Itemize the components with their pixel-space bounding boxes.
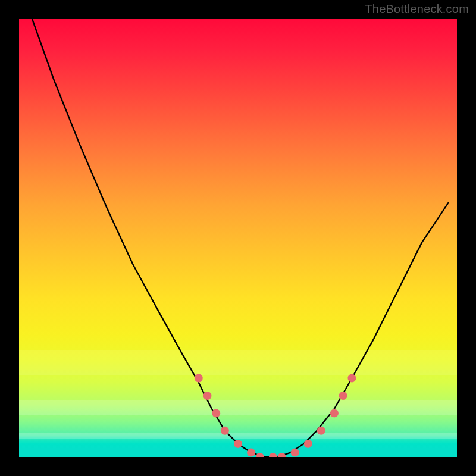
highlight-dots <box>195 374 356 458</box>
highlight-dot <box>256 453 264 457</box>
highlight-dot <box>330 409 339 417</box>
highlight-dot <box>347 374 356 383</box>
highlight-dot <box>317 427 325 435</box>
highlight-dot <box>291 449 299 457</box>
curve-layer <box>19 19 457 457</box>
highlight-dot <box>278 453 286 457</box>
highlight-dot <box>304 440 312 448</box>
plot-area <box>19 19 457 457</box>
highlight-dot <box>269 453 277 457</box>
highlight-dot <box>234 440 242 448</box>
highlight-dot <box>339 392 347 400</box>
highlight-dot <box>221 427 229 435</box>
chart-frame: TheBottleneck.com <box>0 0 476 476</box>
highlight-dot <box>203 392 212 400</box>
highlight-dot <box>212 409 220 417</box>
highlight-dot <box>195 374 203 383</box>
highlight-dot <box>247 449 255 457</box>
bottleneck-curve <box>32 19 448 457</box>
watermark-text: TheBottleneck.com <box>365 2 469 16</box>
